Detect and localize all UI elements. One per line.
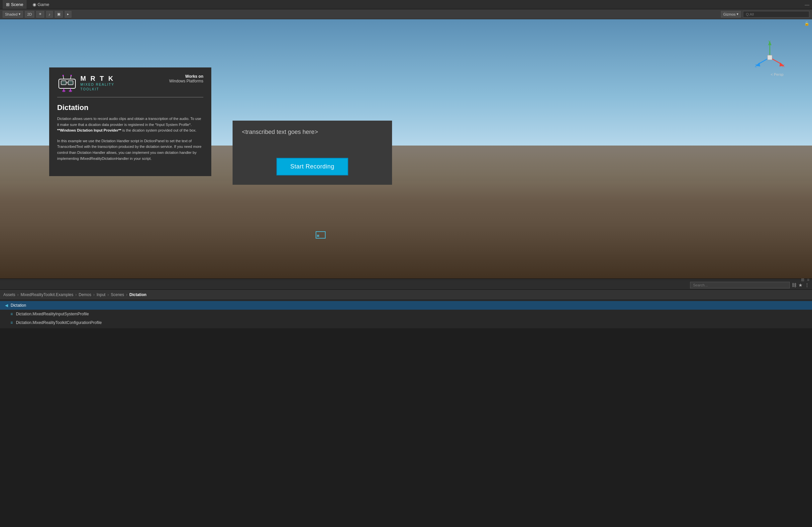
file-icon-dictation: ◀ — [4, 303, 9, 308]
mrtk-info-panel: M R T K MIXED REALITY TOOLKIT Works on W… — [49, 68, 211, 176]
mrtk-title: M R T K — [81, 75, 114, 82]
file-list: ◀ Dictation ≡ Dictation.MixedRealityInpu… — [0, 300, 812, 328]
sun-icon: ☀ — [39, 12, 42, 16]
svg-text:Z: Z — [755, 64, 757, 68]
sep-1: › — [17, 293, 19, 297]
sep-2: › — [75, 293, 77, 297]
svg-text:Y: Y — [768, 40, 771, 44]
transcribed-text: <transcribed text goes here> — [242, 129, 383, 148]
scene-view: Y X Z 🔓 < Persp — [0, 19, 812, 279]
sep-5: › — [126, 293, 128, 297]
resize-icon-1: ⊞ — [801, 277, 804, 282]
mrtk-logo-icon — [57, 74, 77, 92]
mrtk-body-text-1: Dictation allows users to record audio c… — [57, 116, 203, 133]
image-icon: ▣ — [57, 12, 60, 16]
mrtk-works-on: Works on Windows Platforms — [169, 74, 203, 83]
breadcrumb-dictation: Dictation — [130, 293, 146, 297]
gizmos-arrow: ▾ — [737, 12, 739, 16]
file-icon-input: ≡ — [9, 312, 14, 316]
svg-rect-19 — [69, 81, 73, 84]
file-icon-config: ≡ — [9, 320, 14, 325]
scene-cursor-icon: ▣ — [316, 231, 325, 239]
svg-text:X: X — [782, 64, 785, 68]
scene-toolbar: Shaded ▾ 2D ☀ ♪ ▣ ▸ Gizmos ▾ — [0, 9, 812, 19]
audio-icon: ♪ — [48, 12, 50, 16]
tab-game-label: Game — [38, 2, 49, 7]
resize-icons: ⊞ ≡ — [801, 277, 809, 282]
svg-line-16 — [70, 76, 71, 79]
start-recording-button[interactable]: Start Recording — [276, 158, 349, 175]
bottom-panel-topbar: ⛓ ★ ⋮ — [0, 281, 812, 290]
game-icon: ◉ — [32, 2, 36, 7]
mode-2d-button[interactable]: 2D — [25, 11, 34, 18]
link-icon[interactable]: ⛓ — [792, 282, 796, 288]
list-item-label-config: Dictation.MixedRealityToolkitConfigurati… — [16, 320, 102, 325]
breadcrumb-scenes[interactable]: Scenes — [111, 293, 124, 297]
sep-3: › — [93, 293, 95, 297]
svg-rect-6 — [768, 55, 772, 60]
mrtk-logo-area: M R T K MIXED REALITY TOOLKIT — [57, 74, 114, 92]
project-browser: ⛓ ★ ⋮ Assets › MixedRealityToolkit.Examp… — [0, 281, 812, 328]
star-icon[interactable]: ★ — [798, 282, 803, 288]
list-item-input-profile[interactable]: ≡ Dictation.MixedRealityInputSystemProfi… — [0, 310, 812, 318]
extra-button[interactable]: ▸ — [65, 11, 71, 18]
resize-bar[interactable]: ⊞ ≡ — [0, 279, 812, 281]
axes-gizmo[interactable]: Y X Z — [755, 39, 785, 76]
mrtk-subtitle-line2: TOOLKIT — [81, 87, 114, 92]
resize-icon-2: ≡ — [807, 277, 809, 282]
mrtk-body-text-2: In this example we use the Dictation Han… — [57, 138, 203, 161]
breadcrumb-examples[interactable]: MixedRealityToolkit.Examples — [20, 293, 73, 297]
list-item-label-input: Dictation.MixedRealityInputSystemProfile — [16, 312, 89, 316]
breadcrumb-demos[interactable]: Demos — [79, 293, 91, 297]
dropdown-arrow: ▾ — [19, 12, 20, 16]
breadcrumb-bar: Assets › MixedRealityToolkit.Examples › … — [0, 290, 812, 300]
top-tab-bar: ⊞ Scene ◉ Game — — [0, 0, 812, 9]
mrtk-title-block: M R T K MIXED REALITY TOOLKIT — [81, 75, 114, 92]
gizmos-dropdown[interactable]: Gizmos ▾ — [721, 11, 741, 18]
tab-game[interactable]: ◉ Game — [29, 0, 53, 9]
sun-button[interactable]: ☀ — [36, 11, 44, 18]
bottom-search-area: ⛓ ★ ⋮ — [690, 282, 809, 288]
panel-collapse-icon[interactable]: — — [805, 2, 809, 7]
breadcrumb-assets[interactable]: Assets — [3, 293, 15, 297]
list-item-dictation[interactable]: ◀ Dictation — [0, 301, 812, 310]
search-input[interactable] — [743, 11, 809, 18]
sep-4: › — [107, 293, 108, 297]
breadcrumb-input[interactable]: Input — [97, 293, 106, 297]
dictation-panel: <transcribed text goes here> Start Recor… — [233, 120, 392, 185]
mrtk-divider — [57, 97, 203, 97]
svg-line-14 — [63, 76, 64, 79]
list-item-label-dictation: Dictation — [11, 303, 26, 308]
svg-point-22 — [62, 90, 66, 92]
svg-point-23 — [69, 90, 72, 92]
lock-icon[interactable]: 🔓 — [804, 21, 809, 26]
scene-icon: ⊞ — [6, 2, 10, 7]
svg-point-17 — [70, 75, 72, 76]
audio-button[interactable]: ♪ — [46, 11, 53, 18]
mrtk-section-title: Dictation — [57, 103, 203, 112]
tab-scene-label: Scene — [11, 2, 23, 7]
persp-label: < Persp — [771, 72, 783, 76]
tab-scene[interactable]: ⊞ Scene — [3, 0, 27, 9]
image-button[interactable]: ▣ — [55, 11, 63, 18]
shaded-dropdown[interactable]: Shaded ▾ — [3, 11, 23, 18]
svg-rect-18 — [61, 81, 66, 84]
list-item-config-profile[interactable]: ≡ Dictation.MixedRealityToolkitConfigura… — [0, 318, 812, 327]
svg-point-15 — [62, 75, 64, 76]
gizmos-label: Gizmos — [723, 12, 736, 16]
mrtk-header: M R T K MIXED REALITY TOOLKIT Works on W… — [57, 74, 203, 92]
bottom-search-input[interactable] — [690, 282, 790, 288]
mode-2d-label: 2D — [27, 12, 32, 16]
shaded-label: Shaded — [5, 12, 18, 16]
mrtk-subtitle-line1: MIXED REALITY — [81, 82, 114, 87]
dots-icon[interactable]: ⋮ — [805, 282, 809, 288]
